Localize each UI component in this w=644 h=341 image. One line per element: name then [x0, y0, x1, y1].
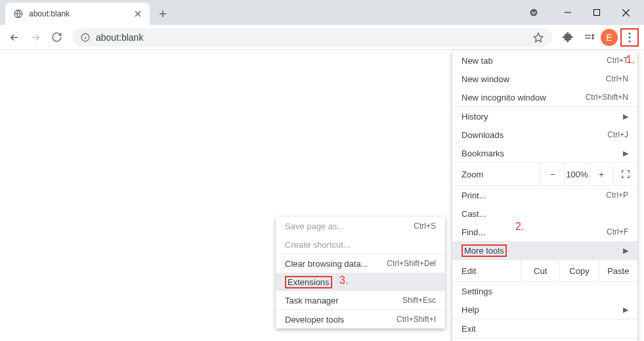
close-icon[interactable]	[133, 9, 143, 19]
info-icon[interactable]	[80, 32, 91, 43]
edit-cut-button[interactable]: Cut	[521, 260, 559, 281]
address-text: about:blank	[96, 32, 527, 43]
zoom-value: 100%	[565, 163, 589, 185]
menu-item-cast[interactable]: Cast...	[452, 204, 637, 223]
down-caret-icon[interactable]	[526, 5, 542, 20]
back-button[interactable]	[5, 28, 24, 47]
submenu-item-create-shortcut[interactable]: Create shortcut...	[276, 235, 445, 254]
submenu-item-clear-data[interactable]: Clear browsing data... Ctrl+Shift+Del	[276, 254, 445, 273]
edit-copy-button[interactable]: Copy	[559, 260, 598, 281]
window-controls	[526, 0, 644, 25]
menu-item-print[interactable]: Print... Ctrl+P	[452, 186, 637, 204]
bookmark-star-icon[interactable]	[532, 32, 544, 43]
new-tab-button[interactable]	[154, 5, 172, 23]
menu-item-bookmarks[interactable]: Bookmarks ▶	[452, 144, 637, 162]
menu-item-edit: Edit Cut Copy Paste	[452, 260, 637, 281]
zoom-in-button[interactable]: +	[589, 163, 613, 185]
globe-icon	[13, 9, 24, 19]
managed-notice[interactable]: Managed by your organization	[452, 338, 637, 341]
avatar-initial: E	[606, 32, 612, 43]
svg-point-1	[530, 9, 538, 16]
menu-item-help[interactable]: Help ▶	[452, 300, 637, 319]
submenu-item-save-page[interactable]: Save page as... Ctrl+S	[276, 217, 445, 235]
chevron-right-icon: ▶	[623, 246, 628, 255]
annotation-callout-1: 1.	[626, 54, 635, 66]
submenu-item-devtools[interactable]: Developer tools Ctrl+Shift+I	[276, 310, 445, 329]
menu-item-more-tools[interactable]: More tools ▶	[452, 241, 637, 260]
reload-button[interactable]	[47, 28, 66, 47]
maximize-button[interactable]	[582, 3, 611, 22]
tab-title: about:blank	[29, 9, 127, 18]
browser-tab[interactable]: about:blank	[5, 3, 150, 25]
menu-item-new-tab[interactable]: New tab Ctrl+T	[452, 51, 637, 70]
annotation-callout-2: 2.	[515, 221, 524, 233]
chevron-right-icon: ▶	[623, 112, 628, 121]
forward-button[interactable]	[26, 28, 45, 47]
svg-point-6	[628, 40, 630, 42]
submenu-item-task-manager[interactable]: Task manager Shift+Esc	[276, 291, 445, 309]
menu-item-exit[interactable]: Exit	[452, 319, 637, 338]
submenu-item-extensions[interactable]: Extensions	[276, 273, 445, 291]
menu-item-downloads[interactable]: Downloads Ctrl+J	[452, 125, 637, 144]
titlebar: about:blank	[0, 0, 644, 25]
menu-item-settings[interactable]: Settings	[452, 282, 637, 300]
svg-point-5	[628, 36, 630, 38]
fullscreen-button[interactable]	[613, 163, 637, 185]
annotation-callout-3: 3.	[339, 275, 348, 286]
toolbar: about:blank E	[0, 25, 644, 50]
menu-item-history[interactable]: History ▶	[452, 107, 637, 125]
main-menu: New tab Ctrl+T New window Ctrl+N New inc…	[452, 51, 637, 341]
window-close-button[interactable]	[611, 3, 640, 22]
profile-avatar[interactable]: E	[601, 29, 618, 46]
menu-item-new-window[interactable]: New window Ctrl+N	[452, 70, 637, 88]
menu-button[interactable]	[620, 28, 639, 47]
chevron-right-icon: ▶	[623, 306, 628, 314]
svg-point-4	[628, 32, 630, 34]
menu-item-zoom: Zoom − 100% +	[452, 163, 637, 185]
zoom-out-button[interactable]: −	[540, 163, 565, 185]
edit-paste-button[interactable]: Paste	[599, 260, 637, 281]
extensions-icon[interactable]	[559, 28, 577, 47]
menu-item-new-incognito[interactable]: New incognito window Ctrl+Shift+N	[452, 88, 637, 106]
address-bar[interactable]: about:blank	[72, 28, 552, 47]
minimize-button[interactable]	[553, 3, 582, 22]
menu-item-find[interactable]: Find... Ctrl+F	[452, 223, 637, 241]
chevron-right-icon: ▶	[623, 149, 628, 158]
more-tools-submenu: Save page as... Ctrl+S Create shortcut..…	[276, 217, 445, 329]
svg-rect-2	[594, 10, 600, 16]
media-control-icon[interactable]	[580, 28, 598, 47]
